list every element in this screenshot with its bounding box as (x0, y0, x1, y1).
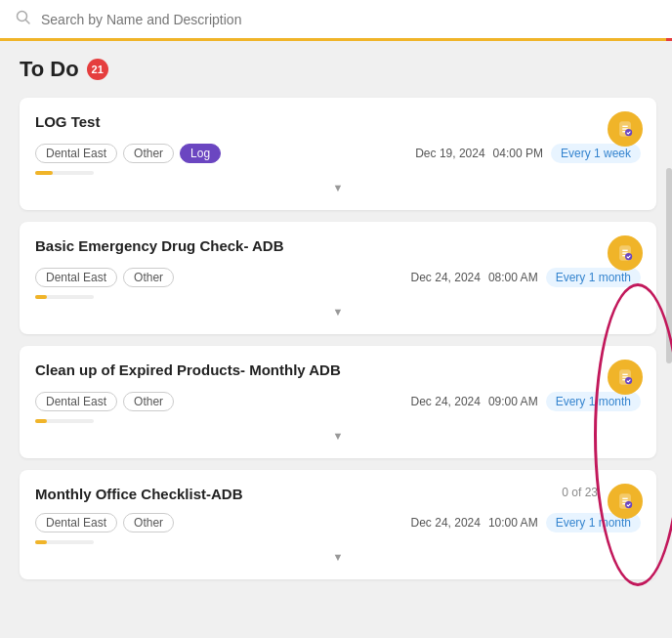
date-log-test: Dec 19, 2024 (415, 147, 484, 160)
todo-count-badge: 21 (87, 59, 108, 80)
time-clean-up-expired: 09:00 AM (488, 395, 538, 408)
action-button-monthly-office[interactable] (608, 484, 643, 519)
time-log-test: 04:00 PM (493, 147, 543, 160)
search-bar (0, 0, 672, 41)
action-button-clean-up-expired[interactable] (608, 360, 643, 395)
tag-dental-east-2: Dental East (35, 268, 117, 287)
search-icon (16, 10, 31, 28)
count-badge-monthly-office: 0 of 23 (562, 486, 598, 499)
svg-point-16 (625, 377, 632, 384)
meta-right-clean-up-expired: Dec 24, 2024 09:00 AM Every 1 month (411, 392, 641, 411)
tag-dental-east-3: Dental East (35, 392, 117, 411)
card-title-clean-up-expired: Clean up of Expired Products- Monthly AD… (35, 362, 641, 378)
expand-basic-emergency[interactable]: ▼ (35, 299, 641, 319)
page-title: To Do (20, 57, 79, 82)
expand-log-test[interactable]: ▼ (35, 175, 641, 194)
tag-other: Other (123, 144, 174, 163)
date-basic-emergency: Dec 24, 2024 (411, 271, 481, 284)
tag-other-2: Other (123, 268, 174, 287)
tags-clean-up-expired: Dental East Other (35, 392, 174, 411)
chevron-down-icon-3: ▼ (333, 430, 344, 442)
tag-other-3: Other (123, 392, 174, 411)
card-meta-log-test: Dental East Other Log Dec 19, 2024 04:00… (35, 144, 641, 163)
chevron-down-icon: ▼ (333, 182, 344, 193)
chevron-down-icon-4: ▼ (333, 551, 344, 563)
card-title-log-test: LOG Test (35, 113, 641, 130)
date-clean-up-expired: Dec 24, 2024 (411, 395, 481, 408)
card-meta-clean-up-expired: Dental East Other Dec 24, 2024 09:00 AM … (35, 392, 641, 411)
svg-point-6 (625, 129, 632, 136)
meta-right-monthly-office: Dec 24, 2024 10:00 AM Every 1 month (411, 513, 641, 532)
date-monthly-office: Dec 24, 2024 (411, 516, 481, 530)
svg-point-11 (625, 253, 632, 260)
tag-other-4: Other (123, 513, 174, 532)
expand-clean-up-expired[interactable]: ▼ (35, 423, 641, 443)
card-basic-emergency: Basic Emergency Drug Check- ADB Dental E… (20, 222, 656, 334)
tags-basic-emergency: Dental East Other (35, 268, 174, 287)
meta-right-log-test: Dec 19, 2024 04:00 PM Every 1 week (415, 144, 641, 163)
card-meta-basic-emergency: Dental East Other Dec 24, 2024 08:00 AM … (35, 268, 641, 287)
tags-log-test: Dental East Other Log (35, 144, 221, 163)
meta-right-basic-emergency: Dec 24, 2024 08:00 AM Every 1 month (411, 268, 641, 287)
card-title-monthly-office: Monthly Office Checklist-ADB (35, 486, 243, 502)
recurrence-log-test: Every 1 week (551, 144, 641, 163)
card-title-basic-emergency: Basic Emergency Drug Check- ADB (35, 237, 641, 254)
time-monthly-office: 10:00 AM (488, 516, 538, 530)
svg-point-21 (625, 501, 632, 508)
tags-monthly-office: Dental East Other (35, 513, 174, 532)
chevron-down-icon-2: ▼ (333, 306, 344, 318)
recurrence-basic-emergency: Every 1 month (546, 268, 641, 287)
main-content: To Do 21 LOG Test Dental East Other (0, 41, 672, 607)
svg-line-1 (26, 21, 30, 24)
card-monthly-office: Monthly Office Checklist-ADB 0 of 23 Den… (20, 470, 656, 579)
time-basic-emergency: 08:00 AM (488, 271, 538, 284)
page-title-row: To Do 21 (20, 57, 656, 82)
search-input[interactable] (41, 12, 656, 27)
scrollbar[interactable] (666, 168, 672, 363)
expand-monthly-office[interactable]: ▼ (35, 544, 641, 564)
tag-log: Log (180, 144, 221, 163)
card-clean-up-expired: Clean up of Expired Products- Monthly AD… (20, 346, 656, 458)
tag-dental-east: Dental East (35, 144, 117, 163)
cards-list: LOG Test Dental East Other Log (20, 98, 656, 579)
action-button-log-test[interactable] (608, 111, 643, 147)
action-button-basic-emergency[interactable] (608, 235, 643, 271)
recurrence-clean-up-expired: Every 1 month (546, 392, 641, 411)
card-meta-monthly-office: Dental East Other Dec 24, 2024 10:00 AM … (35, 513, 641, 532)
tag-dental-east-4: Dental East (35, 513, 117, 532)
card-log-test: LOG Test Dental East Other Log (20, 98, 656, 210)
